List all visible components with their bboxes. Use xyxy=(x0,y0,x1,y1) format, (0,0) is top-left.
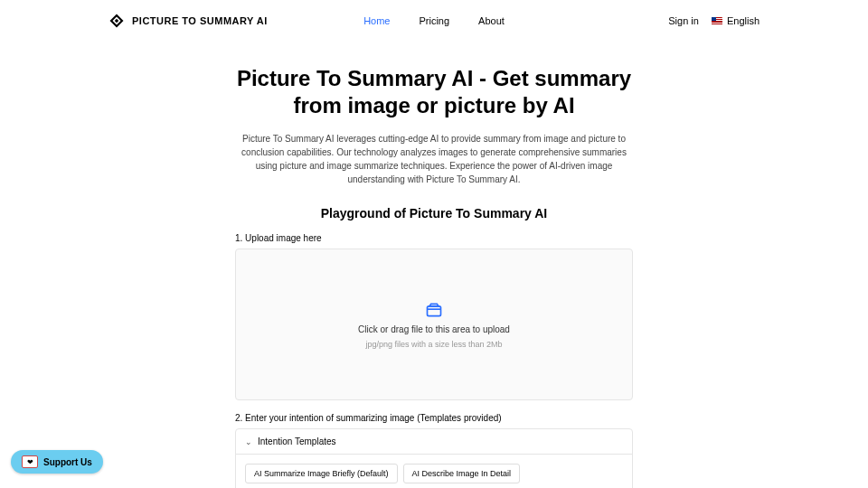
logo-icon xyxy=(108,13,125,29)
nav: Home Pricing About xyxy=(363,15,505,26)
chevron-down-icon: ⌄ xyxy=(245,437,252,446)
logo-text: PICTURE TO SUMMARY AI xyxy=(132,15,268,26)
nav-pricing[interactable]: Pricing xyxy=(419,15,449,26)
language-label: English xyxy=(727,15,760,26)
hero-description: Picture To Summary AI leverages cutting-… xyxy=(235,132,633,186)
support-button[interactable]: ❤ Support Us xyxy=(11,450,103,474)
upload-zone[interactable]: Click or drag file to this area to uploa… xyxy=(235,249,633,400)
template-chip[interactable]: AI Summarize Image Briefly (Default) xyxy=(245,464,398,483)
heart-icon: ❤ xyxy=(22,455,38,468)
templates-title: Intention Templates xyxy=(258,436,336,446)
nav-about[interactable]: About xyxy=(478,15,505,26)
language-selector[interactable]: English xyxy=(712,15,760,26)
header-right: Sign in English xyxy=(668,15,760,26)
templates-list: AI Summarize Image Briefly (Default) AI … xyxy=(236,455,632,488)
upload-hint: jpg/png files with a size less than 2Mb xyxy=(365,340,502,349)
flag-icon xyxy=(712,17,722,25)
step2-label: 2. Enter your intention of summarizing i… xyxy=(235,413,633,423)
playground-title: Playground of Picture To Summary AI xyxy=(235,206,633,221)
logo[interactable]: PICTURE TO SUMMARY AI xyxy=(108,13,268,29)
upload-icon xyxy=(425,301,443,319)
svg-rect-0 xyxy=(428,305,441,315)
support-label: Support Us xyxy=(43,457,92,467)
template-chip[interactable]: AI Describe Image In Detail xyxy=(403,464,521,483)
header: PICTURE TO SUMMARY AI Home Pricing About… xyxy=(0,0,868,42)
sign-in-link[interactable]: Sign in xyxy=(668,15,699,26)
templates-panel: ⌄ Intention Templates AI Summarize Image… xyxy=(235,428,633,488)
nav-home[interactable]: Home xyxy=(363,15,390,26)
hero-title: Picture To Summary AI - Get summary from… xyxy=(235,65,633,119)
templates-toggle[interactable]: ⌄ Intention Templates xyxy=(236,429,632,455)
step1-label: 1. Upload image here xyxy=(235,233,633,243)
upload-text: Click or drag file to this area to uploa… xyxy=(358,324,510,334)
main-content: Picture To Summary AI - Get summary from… xyxy=(226,65,642,488)
